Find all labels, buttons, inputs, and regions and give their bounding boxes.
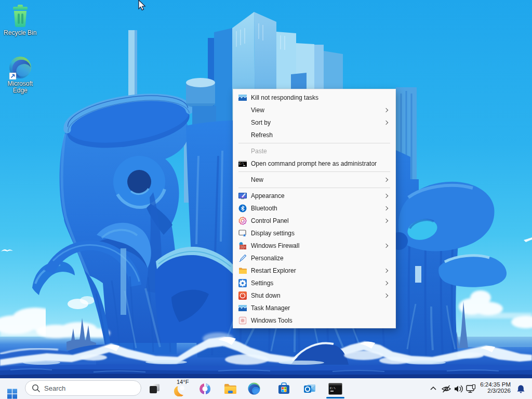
- svg-text:C:\: C:\: [239, 162, 244, 166]
- svg-text:C:\: C:\: [330, 387, 336, 390]
